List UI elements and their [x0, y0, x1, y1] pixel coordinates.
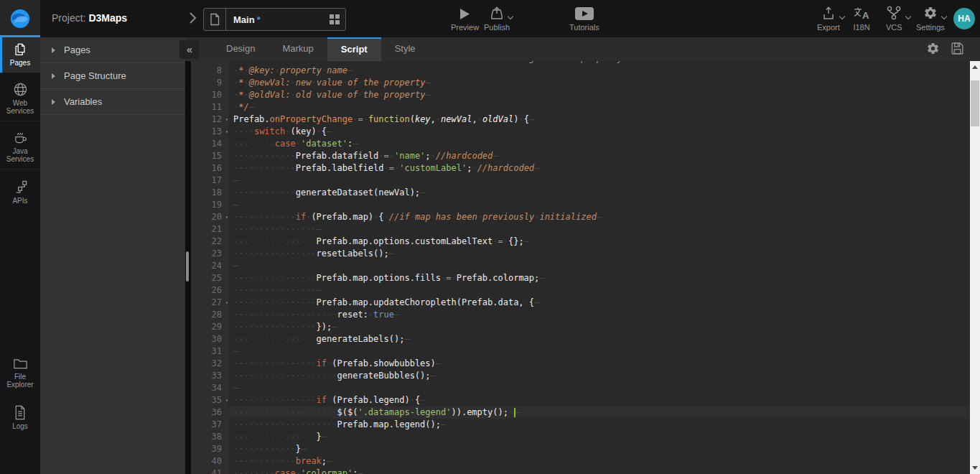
code-text[interactable]: ····switch·(key)·{– [228, 126, 970, 138]
code-text[interactable]: ········case·'colormap':– [228, 468, 970, 474]
code-text[interactable]: ················if·(Prefab.showbubbles)– [228, 358, 970, 370]
code-line[interactable]: 21················– [191, 223, 970, 236]
settings-chevron-icon[interactable] [941, 14, 947, 19]
code-line[interactable]: 31– [191, 345, 970, 358]
line-number[interactable]: 41 [191, 468, 228, 474]
line-number[interactable]: 13▾ [191, 126, 228, 138]
vcs-chevron-icon[interactable] [905, 14, 911, 19]
line-number[interactable]: 12▾ [191, 113, 228, 126]
fold-marker-icon[interactable]: ▾ [225, 394, 228, 406]
code-text[interactable]: ·*/– [228, 101, 970, 113]
line-number[interactable]: 15 [191, 150, 228, 162]
code-text[interactable]: ················if·(Prefab.legend)·{– [228, 394, 970, 406]
fold-marker-icon[interactable]: ▾ [225, 126, 228, 138]
line-number[interactable]: 20▾ [191, 211, 228, 223]
script-settings-gear-icon[interactable] [926, 42, 940, 55]
line-number[interactable]: 19 [191, 199, 228, 211]
scroll-up-arrow-icon[interactable] [972, 65, 978, 69]
tab-style[interactable]: Style [381, 37, 429, 61]
line-number[interactable]: 21 [191, 223, 228, 236]
editor-scrollbar[interactable] [970, 61, 980, 474]
panel-section-pages[interactable]: Pages [40, 37, 185, 63]
code-text[interactable]: ················}– [228, 431, 970, 443]
sidebar-item-logs[interactable]: Logs [0, 400, 40, 436]
code-line[interactable]: 12▾Prefab.onPropertyChange·=·function(ke… [191, 113, 970, 126]
page-tab-title[interactable]: Main* [226, 14, 324, 25]
publish-chevron-icon[interactable] [508, 14, 513, 19]
code-line[interactable]: 25················Prefab.map.options.fil… [191, 272, 970, 284]
code-text[interactable]: ············break;– [228, 455, 970, 468]
fold-marker-icon[interactable]: ▾ [225, 211, 228, 223]
line-number[interactable]: 40 [191, 455, 228, 468]
code-line[interactable]: 36····················$($('.datamaps-leg… [191, 406, 970, 419]
editor-scrollbar-thumb[interactable] [971, 80, 979, 126]
code-text[interactable]: ················– [228, 223, 970, 236]
line-number[interactable]: 38 [191, 431, 228, 443]
code-line[interactable]: 38················}– [191, 431, 970, 443]
breadcrumb-chevron-icon[interactable] [188, 11, 197, 24]
line-number[interactable]: 22 [191, 236, 228, 248]
line-number[interactable]: 8 [191, 65, 228, 77]
code-line[interactable]: 16············Prefab.labelfield·=·'custo… [191, 162, 970, 175]
code-line[interactable]: 40············break;– [191, 455, 970, 468]
code-line[interactable]: 9·*·@newVal:·new·value·of·the·property– [191, 77, 970, 89]
vcs-button[interactable]: VCS [886, 6, 902, 32]
settings-button[interactable]: Settings [916, 6, 945, 32]
code-text[interactable]: ············generateDataset(newVal);– [228, 187, 970, 199]
code-line[interactable]: 20▾············if·(Prefab.map)·{·//if·ma… [191, 211, 970, 223]
code-line[interactable]: 17– [191, 175, 970, 187]
code-line[interactable]: 41········case·'colormap':– [191, 468, 970, 474]
code-line[interactable]: 13▾····switch·(key)·{– [191, 126, 970, 138]
code-line[interactable]: 34– [191, 382, 970, 394]
code-line[interactable]: 35▾················if·(Prefab.legend)·{– [191, 394, 970, 406]
code-line[interactable]: 33····················generateBubbles();… [191, 370, 970, 382]
code-line[interactable]: 32················if·(Prefab.showbubbles… [191, 358, 970, 370]
code-line[interactable]: 23················resetLabels();– [191, 248, 970, 260]
code-line[interactable]: 8·*·@key:·property·name– [191, 65, 970, 77]
panel-collapse-button[interactable]: « [179, 40, 200, 59]
panel-section-page-structure[interactable]: Page Structure [40, 63, 185, 89]
line-number[interactable]: 34 [191, 382, 228, 394]
code-text[interactable]: ·*·@key:·property·name– [228, 65, 970, 77]
code-text[interactable]: – [228, 345, 970, 358]
code-text[interactable]: ················Prefab.map.updateChoropl… [228, 297, 970, 309]
line-number[interactable]: 9 [191, 77, 228, 89]
code-line[interactable]: 27▾················Prefab.map.updateChor… [191, 297, 970, 309]
app-logo[interactable] [0, 0, 40, 37]
code-text[interactable]: ····················$($('.datamaps-legen… [228, 406, 970, 419]
line-number[interactable]: 17 [191, 175, 228, 187]
line-number[interactable]: 28 [191, 309, 228, 321]
sidebar-item-pages[interactable]: Pages [0, 37, 40, 73]
script-editor[interactable]: 7·*·This·function·will·be·invoked·whenev… [191, 61, 970, 474]
line-number[interactable]: 29 [191, 321, 228, 333]
sidebar-item-apis[interactable]: APIs [0, 169, 40, 210]
code-text[interactable]: ················resetLabels();– [228, 248, 970, 260]
tab-markup[interactable]: Markup [269, 37, 327, 61]
code-line[interactable]: 28····················reset:·true– [191, 309, 970, 321]
tab-design[interactable]: Design [213, 37, 269, 61]
code-text[interactable]: – [228, 199, 970, 211]
code-text[interactable]: ················});– [228, 321, 970, 333]
page-file-icon[interactable] [204, 9, 226, 30]
line-number[interactable]: 32 [191, 358, 228, 370]
code-text[interactable]: ················– [228, 284, 970, 297]
line-number[interactable]: 26 [191, 284, 228, 297]
open-page-tab[interactable]: Main* [203, 8, 346, 31]
code-line[interactable]: 29················});– [191, 321, 970, 333]
export-chevron-icon[interactable] [839, 14, 845, 19]
publish-button[interactable]: Publish [484, 6, 510, 32]
code-text[interactable]: – [228, 382, 970, 394]
line-number[interactable]: 23 [191, 248, 228, 260]
line-number[interactable]: 11 [191, 101, 228, 113]
code-line[interactable]: 39············}– [191, 443, 970, 455]
code-line[interactable]: 15············Prefab.datafield·=·'name';… [191, 150, 970, 162]
user-avatar[interactable]: HA [953, 8, 975, 29]
line-number[interactable]: 16 [191, 162, 228, 175]
line-number[interactable]: 35▾ [191, 394, 228, 406]
code-text[interactable]: ············Prefab.labelfield·=·'customL… [228, 162, 970, 175]
save-icon[interactable] [951, 42, 964, 55]
code-text[interactable]: ·*·@newVal:·new·value·of·the·property– [228, 77, 970, 89]
code-text[interactable]: ············Prefab.datafield·=·'name';·/… [228, 150, 970, 162]
line-number[interactable]: 14 [191, 138, 228, 150]
code-line[interactable]: 11·*/– [191, 101, 970, 113]
